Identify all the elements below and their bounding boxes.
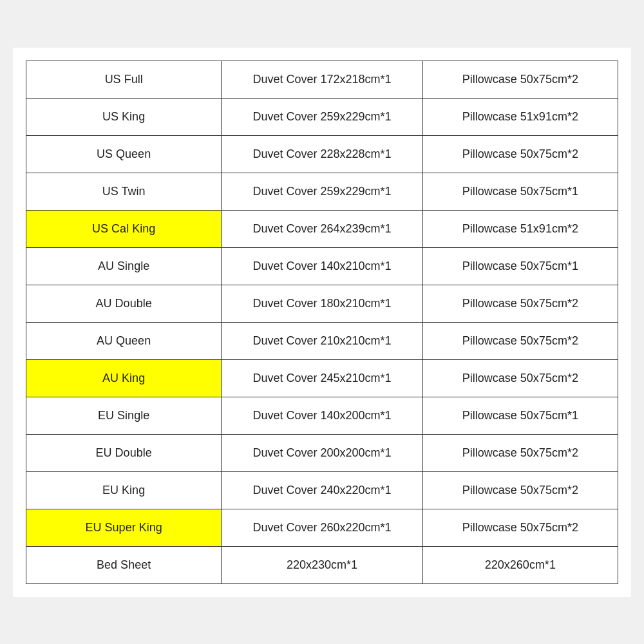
table-row: EU DoubleDuvet Cover 200x200cm*1Pillowca…: [26, 434, 618, 471]
cell-name: AU Queen: [26, 322, 222, 359]
cell-pillow: 220x260cm*1: [422, 546, 618, 583]
table-row: EU SingleDuvet Cover 140x200cm*1Pillowca…: [26, 397, 618, 434]
cell-name: AU Double: [26, 285, 222, 322]
table-row: AU SingleDuvet Cover 140x210cm*1Pillowca…: [26, 247, 618, 285]
cell-pillow: Pillowcase 51x91cm*2: [422, 98, 618, 135]
table-row: EU Super KingDuvet Cover 260x220cm*1Pill…: [26, 509, 618, 546]
cell-duvet: Duvet Cover 210x210cm*1: [222, 322, 422, 359]
table-row: US FullDuvet Cover 172x218cm*1Pillowcase…: [26, 61, 618, 98]
cell-pillow: Pillowcase 50x75cm*2: [422, 285, 618, 322]
cell-name: AU King: [26, 359, 222, 397]
cell-name: US King: [26, 98, 222, 135]
cell-duvet: Duvet Cover 240x220cm*1: [222, 471, 422, 509]
cell-duvet: Duvet Cover 172x218cm*1: [222, 61, 422, 98]
table-row: US TwinDuvet Cover 259x229cm*1Pillowcase…: [26, 173, 618, 210]
cell-duvet: Duvet Cover 259x229cm*1: [222, 98, 422, 135]
cell-duvet: Duvet Cover 200x200cm*1: [222, 434, 422, 471]
cell-name: US Queen: [26, 135, 222, 173]
cell-pillow: Pillowcase 50x75cm*2: [422, 509, 618, 546]
table-row: US KingDuvet Cover 259x229cm*1Pillowcase…: [26, 98, 618, 135]
table-row: AU DoubleDuvet Cover 180x210cm*1Pillowca…: [26, 285, 618, 322]
cell-duvet: Duvet Cover 260x220cm*1: [222, 509, 422, 546]
cell-name: EU Double: [26, 434, 222, 471]
table-row: EU KingDuvet Cover 240x220cm*1Pillowcase…: [26, 471, 618, 509]
cell-pillow: Pillowcase 50x75cm*2: [422, 359, 618, 397]
cell-pillow: Pillowcase 51x91cm*2: [422, 210, 618, 247]
page-container: US FullDuvet Cover 172x218cm*1Pillowcase…: [13, 48, 631, 597]
size-table: US FullDuvet Cover 172x218cm*1Pillowcase…: [26, 61, 618, 584]
table-row: US QueenDuvet Cover 228x228cm*1Pillowcas…: [26, 135, 618, 173]
cell-name: Bed Sheet: [26, 546, 222, 583]
cell-name: US Full: [26, 61, 222, 98]
cell-name: US Twin: [26, 173, 222, 210]
cell-pillow: Pillowcase 50x75cm*1: [422, 397, 618, 434]
cell-duvet: Duvet Cover 180x210cm*1: [222, 285, 422, 322]
table-row: US Cal KingDuvet Cover 264x239cm*1Pillow…: [26, 210, 618, 247]
cell-duvet: Duvet Cover 264x239cm*1: [222, 210, 422, 247]
cell-duvet: Duvet Cover 140x210cm*1: [222, 247, 422, 285]
cell-pillow: Pillowcase 50x75cm*1: [422, 247, 618, 285]
cell-pillow: Pillowcase 50x75cm*1: [422, 173, 618, 210]
cell-duvet: Duvet Cover 259x229cm*1: [222, 173, 422, 210]
table-row: AU QueenDuvet Cover 210x210cm*1Pillowcas…: [26, 322, 618, 359]
cell-duvet: Duvet Cover 140x200cm*1: [222, 397, 422, 434]
cell-pillow: Pillowcase 50x75cm*2: [422, 471, 618, 509]
cell-pillow: Pillowcase 50x75cm*2: [422, 434, 618, 471]
cell-name: EU Single: [26, 397, 222, 434]
cell-duvet: Duvet Cover 245x210cm*1: [222, 359, 422, 397]
table-row: AU KingDuvet Cover 245x210cm*1Pillowcase…: [26, 359, 618, 397]
cell-name: US Cal King: [26, 210, 222, 247]
cell-name: EU King: [26, 471, 222, 509]
cell-name: AU Single: [26, 247, 222, 285]
cell-pillow: Pillowcase 50x75cm*2: [422, 61, 618, 98]
table-row: Bed Sheet220x230cm*1220x260cm*1: [26, 546, 618, 583]
cell-pillow: Pillowcase 50x75cm*2: [422, 135, 618, 173]
cell-duvet: 220x230cm*1: [222, 546, 422, 583]
cell-pillow: Pillowcase 50x75cm*2: [422, 322, 618, 359]
cell-duvet: Duvet Cover 228x228cm*1: [222, 135, 422, 173]
cell-name: EU Super King: [26, 509, 222, 546]
